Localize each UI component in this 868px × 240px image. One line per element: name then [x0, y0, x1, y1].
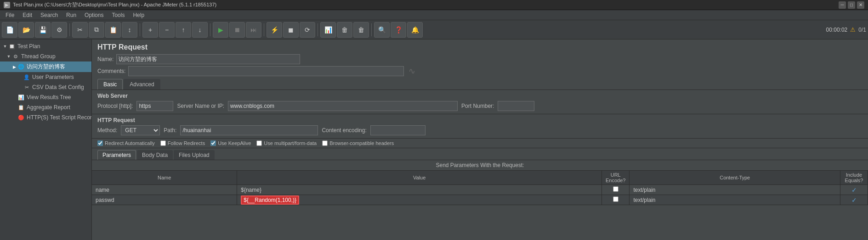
- paste-button[interactable]: 📋: [105, 22, 121, 38]
- col-content-type: Content-Type: [630, 171, 840, 185]
- menu-file[interactable]: File: [2, 11, 18, 19]
- redirect-checkbox[interactable]: [97, 140, 103, 146]
- menu-help[interactable]: Help: [129, 11, 148, 19]
- remote-clear-button[interactable]: ⟳: [300, 22, 315, 38]
- sidebar-item-aggregate[interactable]: 📋 Aggregate Report: [0, 102, 91, 112]
- protocol-input[interactable]: [136, 101, 173, 111]
- arrow-user-params: [17, 75, 22, 79]
- row1-content-type[interactable]: text/plain: [630, 185, 840, 195]
- menu-run[interactable]: Run: [62, 11, 80, 19]
- name-row: Name:: [92, 53, 868, 65]
- aggregate-label: Aggregate Report: [27, 104, 70, 111]
- sep3: [210, 23, 210, 36]
- checkbox-row: Redirect Automatically Follow Redirects …: [92, 139, 868, 148]
- checkbox-multipart[interactable]: Use multipart/form-data: [256, 140, 317, 146]
- remote-start-button[interactable]: ⚡: [267, 22, 282, 38]
- settings-button[interactable]: ⚙: [51, 22, 67, 38]
- port-input[interactable]: [498, 101, 534, 111]
- content-encoding-input[interactable]: [370, 125, 425, 135]
- follow-redirects-checkbox[interactable]: [160, 140, 166, 146]
- notifications-button[interactable]: 🔔: [407, 22, 423, 38]
- path-label: Path:: [164, 127, 176, 134]
- menu-options[interactable]: Options: [81, 11, 107, 19]
- path-input[interactable]: [180, 125, 318, 135]
- row2-value[interactable]: ${__Random(1,100,)}: [237, 195, 602, 205]
- row2-content-type[interactable]: text/plain: [630, 195, 840, 205]
- results-icon: 📊: [17, 94, 25, 101]
- results-label: View Results Tree: [27, 94, 71, 100]
- add-button[interactable]: +: [142, 22, 158, 38]
- title-bar: ▶ Test Plan.jmx (C:\Users\方堃\Desktop\jmx…: [0, 0, 868, 10]
- remove-button[interactable]: −: [159, 22, 175, 38]
- sidebar-item-csv-data[interactable]: ✂ CSV Data Set Config: [0, 82, 91, 92]
- thread-group-label: Thread Group: [21, 53, 56, 60]
- clear-button[interactable]: 🗑: [337, 22, 352, 38]
- help-toolbar-button[interactable]: ❓: [391, 22, 406, 38]
- content-panel: HTTP Request Name: Comments: ∿ Basic Adv…: [92, 39, 868, 240]
- sidebar-item-user-params[interactable]: 👤 User Parameters: [0, 72, 91, 82]
- row1-url-encode[interactable]: [602, 185, 630, 195]
- params-container: Send Parameters With the Request: Name V…: [92, 160, 868, 240]
- open-button[interactable]: 📂: [18, 22, 34, 38]
- browser-headers-checkbox[interactable]: [322, 140, 328, 146]
- row1-include-equals[interactable]: ✓: [840, 185, 868, 195]
- server-label: Server Name or IP:: [177, 103, 224, 109]
- maximize-button[interactable]: □: [848, 1, 855, 9]
- sub-tab-parameters[interactable]: Parameters: [97, 150, 136, 160]
- clear-all-button[interactable]: 🗑: [353, 22, 369, 38]
- http-req-row: Method: GET POST PUT DELETE HEAD OPTIONS…: [97, 125, 862, 135]
- copy-button[interactable]: ⧉: [89, 22, 104, 38]
- row2-name[interactable]: passwd: [92, 195, 237, 205]
- highlighted-value: ${__Random(1,100,)}: [241, 195, 299, 205]
- name-input[interactable]: [116, 54, 300, 64]
- row1-name[interactable]: name: [92, 185, 237, 195]
- stop-now-button[interactable]: ⏭: [246, 22, 261, 38]
- new-button[interactable]: 📄: [2, 22, 17, 38]
- main-tabs: Basic Advanced: [92, 77, 868, 90]
- method-select[interactable]: GET POST PUT DELETE HEAD OPTIONS PATCH: [121, 125, 160, 135]
- toolbar: 📄 📂 💾 ⚙ ✂ ⧉ 📋 ↕ + − ↑ ↓ ▶ ⏹ ⏭ ⚡ ◼ ⟳ 📊 🗑 …: [0, 20, 868, 39]
- row1-value[interactable]: ${name}: [237, 185, 602, 195]
- comments-expand-icon: ∿: [408, 66, 415, 76]
- move-down-button[interactable]: ↓: [192, 22, 208, 38]
- web-server-title: Web Server: [97, 93, 862, 99]
- move-up-button[interactable]: ↑: [176, 22, 191, 38]
- expand-button[interactable]: ↕: [122, 22, 137, 38]
- remote-stop-button[interactable]: ◼: [283, 22, 299, 38]
- close-button[interactable]: ✕: [857, 1, 864, 9]
- sidebar-item-thread-group[interactable]: ▼ ⚙ Thread Group: [0, 51, 91, 61]
- multipart-checkbox[interactable]: [256, 140, 262, 146]
- search-toolbar-button[interactable]: 🔍: [374, 22, 390, 38]
- row2-include-equals[interactable]: ✓: [840, 195, 868, 205]
- stop-button[interactable]: ⏹: [229, 22, 245, 38]
- sidebar-item-test-plan[interactable]: ▼ 🔲 Test Plan: [0, 41, 91, 51]
- minimize-button[interactable]: ─: [839, 1, 846, 9]
- row2-url-encode[interactable]: [602, 195, 630, 205]
- server-input[interactable]: [228, 101, 458, 111]
- comments-input[interactable]: [128, 66, 404, 76]
- checkbox-browser-headers[interactable]: Browser-compatible headers: [322, 140, 394, 146]
- sidebar-item-http-request[interactable]: ▶ 🌐 访问方堃的博客: [0, 61, 91, 72]
- menu-edit[interactable]: Edit: [19, 11, 36, 19]
- tab-advanced[interactable]: Advanced: [124, 79, 160, 89]
- warning-icon: ⚠: [850, 26, 856, 33]
- sidebar-item-recorder[interactable]: 🔴 HTTP(S) Test Script Recorder: [0, 112, 91, 123]
- report-button[interactable]: 📊: [320, 22, 336, 38]
- checkbox-redirect[interactable]: Redirect Automatically: [97, 140, 155, 146]
- sep6: [371, 23, 372, 36]
- checkbox-follow-redirects[interactable]: Follow Redirects: [160, 140, 205, 146]
- method-label: Method:: [97, 127, 117, 134]
- cut-button[interactable]: ✂: [72, 22, 88, 38]
- sidebar-item-results-tree[interactable]: 📊 View Results Tree: [0, 92, 91, 102]
- window-title: Test Plan.jmx (C:\Users\方堃\Desktop\jmx\T…: [13, 1, 216, 8]
- checkbox-keepalive[interactable]: Use KeepAlive: [210, 140, 251, 146]
- run-button[interactable]: ▶: [213, 22, 228, 38]
- menu-search[interactable]: Search: [37, 11, 62, 19]
- keepalive-checkbox[interactable]: [210, 140, 216, 146]
- tab-basic[interactable]: Basic: [97, 79, 123, 89]
- arrow-csv: [17, 85, 22, 89]
- menu-tools[interactable]: Tools: [108, 11, 128, 19]
- sub-tab-body-data[interactable]: Body Data: [137, 150, 173, 160]
- sub-tab-files-upload[interactable]: Files Upload: [174, 150, 215, 160]
- save-button[interactable]: 💾: [35, 22, 51, 38]
